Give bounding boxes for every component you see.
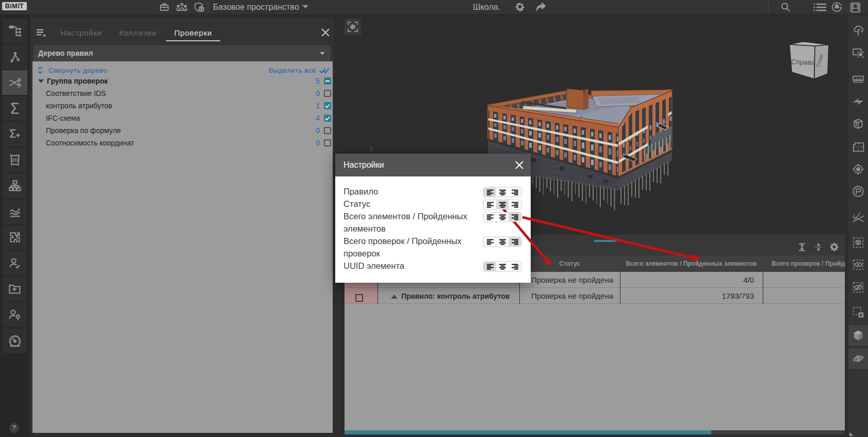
svg-text:1: 1 bbox=[853, 213, 855, 217]
svg-text:2D: 2D bbox=[11, 157, 18, 163]
svg-text:2: 2 bbox=[859, 211, 861, 215]
